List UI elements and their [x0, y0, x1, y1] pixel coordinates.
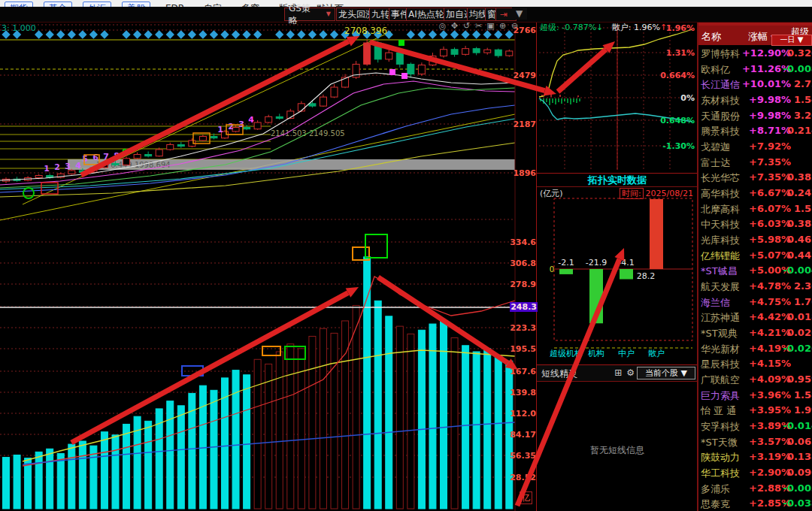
- shortline-panel: 短线精灵 ⊞⚙ 当前个股 ▼ 暂无短线信息: [536, 364, 698, 511]
- popup-icon[interactable]: ⊞: [614, 367, 622, 378]
- stock-name: 安孚科技: [701, 420, 740, 434]
- stock-row-安孚科技[interactable]: 安孚科技+3.89%-0.014: [698, 418, 812, 434]
- stock-change-pct: +7.35%: [749, 171, 791, 183]
- top-menu-3[interactable]: 美股: [122, 2, 150, 7]
- stock-super-flow: -0.004: [783, 265, 812, 276]
- stock-row-天通股份[interactable]: 天通股份+9.98%3.26: [698, 107, 812, 123]
- top-menu-bar: 期货基金外汇美股EDB自定多窗版式默认页: [0, 0, 812, 7]
- stock-name: 华工科技: [701, 467, 740, 480]
- stock-row-航天发展[interactable]: 航天发展+4.78%2.36: [698, 278, 812, 294]
- stock-row-多浦乐[interactable]: 多浦乐+2.88%-0.005: [698, 480, 812, 496]
- stock-row-陕鼓动力[interactable]: 陕鼓动力+3.19%0.138: [698, 449, 812, 464]
- stock-row-腾景科技[interactable]: 腾景科技+8.71%0.214: [698, 122, 812, 138]
- svg-text:3: 3: [238, 119, 244, 129]
- stock-row-江苏神通[interactable]: 江苏神通+4.42%0.018: [698, 309, 812, 325]
- volume-axis-label: 223.3: [510, 323, 536, 333]
- svg-text:1: 1: [217, 125, 223, 135]
- svg-text:4: 4: [248, 115, 254, 125]
- svg-text:-4.1: -4.1: [618, 258, 634, 268]
- svg-text:0.664%: 0.664%: [660, 71, 695, 80]
- stock-super-flow: 0.247: [787, 187, 812, 198]
- stock-super-flow: 0.018: [787, 311, 812, 322]
- stock-super-flow: 0.214: [787, 125, 812, 136]
- price-axis: 2766247921871896334.6306.8278.9248.3223.…: [515, 0, 538, 511]
- svg-text:7: 7: [103, 152, 109, 162]
- stock-row-星辰科技[interactable]: 星辰科技+4.15%: [698, 355, 812, 371]
- stock-change-pct: +9.98%: [749, 94, 791, 105]
- undo-icon[interactable]: ↺: [462, 22, 471, 32]
- stock-row-思泰克[interactable]: 思泰克+2.85%-0.038: [698, 495, 812, 511]
- stock-row-怡 亚 通[interactable]: 怡 亚 通+3.95%1.99: [698, 402, 812, 418]
- stock-super-flow: -0.026: [783, 343, 812, 354]
- trend-chart: 1.96%1.31%0.664%0%0.648%-1.30%: [537, 8, 698, 174]
- stock-row-巨力索具[interactable]: 巨力索具+3.96%1.58: [698, 387, 812, 403]
- svg-text:6: 6: [92, 153, 98, 162]
- stock-row-长光华芯[interactable]: 长光华芯+7.35%0.385: [698, 169, 812, 185]
- scissors-icon[interactable]: ✂: [474, 22, 483, 32]
- stock-row-广联航空[interactable]: 广联航空+4.09%0.959: [698, 371, 812, 387]
- stock-super-flow: 0.385: [787, 171, 812, 183]
- toolbar-more-button[interactable]: ▼: [512, 8, 527, 20]
- stock-row-东材科技[interactable]: 东材科技+9.98%1.54: [698, 92, 812, 107]
- stock-name: 罗博特科: [701, 47, 740, 61]
- strategy-select[interactable]: GS策略 ▼: [284, 8, 335, 21]
- stock-row-戈碧迦[interactable]: 戈碧迦+7.92%: [698, 138, 812, 154]
- zoom-out-icon[interactable]: ⊖: [510, 22, 520, 32]
- stock-row-高华科技[interactable]: 高华科技+6.67%0.247: [698, 185, 812, 201]
- stock-row-中天科技[interactable]: 中天科技+6.03%0.388: [698, 216, 812, 231]
- stock-name: 陕鼓动力: [701, 451, 740, 464]
- stock-name: 华光新材: [701, 343, 740, 356]
- stock-row-*ST观典[interactable]: *ST观典+4.21%0.026: [698, 325, 812, 340]
- stock-super-flow: -0.008: [783, 63, 812, 74]
- stock-change-pct: +7.35%: [749, 156, 791, 168]
- stock-change-pct: +6.67%: [749, 187, 791, 198]
- svg-text:3: 3: [65, 162, 71, 171]
- stock-name: 长江通信: [701, 78, 740, 92]
- stock-row-北摩高科[interactable]: 北摩高科+6.07%1.51: [698, 201, 812, 216]
- stock-change-pct: +4.09%: [749, 373, 791, 385]
- lock-icon[interactable]: ▣: [486, 22, 495, 32]
- price-axis-label: 2479: [513, 71, 536, 80]
- stock-row-罗博特科[interactable]: 罗博特科+12.90%0.320: [698, 45, 812, 61]
- stock-change-pct: +4.21%: [749, 327, 791, 338]
- flow-panel-title: 拓扑实时数据: [537, 174, 698, 187]
- stock-row-亿纬锂能[interactable]: 亿纬锂能+5.07%0.441: [698, 247, 812, 263]
- stock-change-pct: +4.42%: [749, 311, 791, 322]
- volume-unit-label: 亿: [520, 491, 532, 504]
- trading-terminal: 期货基金外汇美股EDB自定多窗版式默认页 GS策略 ▼ 龙头回溯九转事件AI热点…: [0, 0, 812, 511]
- stock-row-华工科技[interactable]: 华工科技+2.90%0.096: [698, 464, 812, 480]
- stock-change-pct: +3.57%: [749, 436, 791, 447]
- stock-row-长江通信[interactable]: 长江通信+10.01%2.73: [698, 76, 812, 92]
- hand-icon[interactable]: ✥: [450, 22, 459, 32]
- shortline-empty-message: 暂无短线信息: [537, 444, 698, 457]
- stock-name: 高华科技: [701, 187, 740, 201]
- stock-super-flow: 2.36: [794, 280, 812, 292]
- stock-scope-dropdown[interactable]: 当前个股 ▼: [637, 367, 695, 379]
- column-name[interactable]: 名称: [701, 30, 721, 44]
- stock-row-*ST天微[interactable]: *ST天微+3.57%0.063: [698, 434, 812, 449]
- eye-icon[interactable]: ◎: [438, 22, 447, 32]
- stock-change-pct: +3.19%: [749, 451, 791, 462]
- flow-header: (亿元) 时间:2025/08/21: [540, 188, 693, 199]
- stock-row-光库科技[interactable]: 光库科技+5.98%0.465: [698, 231, 812, 247]
- price-axis-label: 1896: [513, 168, 536, 178]
- stock-row-海兰信[interactable]: 海兰信+4.75%1.76: [698, 294, 812, 310]
- svg-text:4: 4: [75, 161, 81, 171]
- top-menu-0[interactable]: 期货: [5, 2, 33, 7]
- stock-row-华光新材[interactable]: 华光新材+4.19%-0.026: [698, 340, 812, 356]
- flow-chart: 0-2.1超级机构-21.9机构-4.1中户28.2散户: [537, 174, 698, 365]
- stock-change-pct: +4.78%: [749, 280, 791, 292]
- stock-row-欧科亿[interactable]: 欧科亿+11.26%-0.008: [698, 61, 812, 77]
- stock-row-富士达[interactable]: 富士达+7.35%: [698, 154, 812, 170]
- top-menu-2[interactable]: 外汇: [83, 2, 111, 7]
- gear-icon[interactable]: ⚙: [626, 367, 635, 378]
- top-menu-1[interactable]: 基金: [44, 2, 72, 7]
- volume-axis-label: 112.0: [510, 409, 536, 419]
- stock-change-pct: +10.01%: [742, 78, 791, 89]
- super-legend: 超级: -0.787%↓: [540, 23, 603, 32]
- shortline-title: 短线精灵: [541, 367, 577, 380]
- zoom-in-icon[interactable]: ⊕: [498, 22, 508, 32]
- stock-row-*ST铖昌[interactable]: *ST铖昌+5.00%-0.004: [698, 262, 812, 278]
- stock-change-pct: +9.98%: [749, 110, 791, 121]
- period-dropdown[interactable]: 一日 ▼: [771, 35, 812, 46]
